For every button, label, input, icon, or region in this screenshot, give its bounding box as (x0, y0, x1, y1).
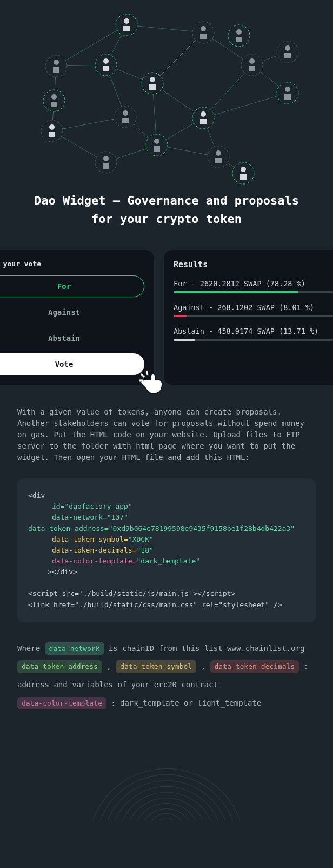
body-copy: With a given value of tokens, anyone can… (0, 406, 333, 463)
svg-point-35 (192, 107, 214, 129)
explain-block: Where data-network is chainID from this … (0, 640, 333, 712)
network-graphic (0, 0, 333, 189)
svg-point-24 (116, 14, 137, 36)
vote-panel-title: t your vote (0, 260, 144, 268)
svg-point-34 (115, 106, 136, 128)
pill-data-token-symbol: data-token-symbol (116, 660, 196, 673)
svg-point-30 (95, 54, 117, 76)
vote-panel: t your vote For Against Abstain Vote (0, 250, 154, 385)
result-label: Against - 268.1202 SWAP (8.01 %) (174, 303, 333, 312)
vote-option-abstain[interactable]: Abstain (0, 327, 144, 349)
svg-point-31 (142, 73, 163, 94)
vote-option-for[interactable]: For (0, 275, 144, 297)
svg-point-38 (208, 146, 229, 168)
svg-point-32 (43, 90, 65, 111)
svg-point-27 (277, 41, 298, 63)
page-title: Dao Widget — Governance and proposals fo… (0, 192, 333, 228)
svg-point-26 (241, 54, 263, 76)
svg-line-42 (146, 371, 148, 375)
result-label: Abstain - 458.9174 SWAP (13.71 %) (174, 327, 333, 336)
pill-data-token-decimals: data-token-decimals (210, 660, 299, 673)
svg-line-23 (203, 93, 288, 118)
svg-line-1 (126, 25, 203, 32)
svg-point-28 (277, 82, 298, 104)
vote-option-against[interactable]: Against (0, 301, 144, 323)
cursor-hand-icon (137, 367, 166, 397)
svg-point-33 (41, 120, 63, 142)
svg-point-36 (146, 134, 168, 156)
results-title: Results (174, 260, 333, 269)
result-row-abstain: Abstain - 458.9174 SWAP (13.71 %) (174, 327, 333, 341)
person-node-icon (116, 14, 137, 36)
svg-point-40 (228, 25, 250, 47)
pill-data-token-address: data-token-address (17, 660, 102, 673)
svg-point-39 (232, 162, 254, 184)
svg-point-25 (192, 22, 214, 43)
result-row-against: Against - 268.1202 SWAP (8.01 %) (174, 303, 333, 317)
fingerprint-graphic (0, 728, 333, 820)
vote-button[interactable]: Vote (0, 353, 144, 375)
svg-point-29 (45, 55, 67, 77)
result-row-for: For - 2620.2812 SWAP (78.28 %) (174, 279, 333, 293)
svg-line-41 (141, 374, 144, 377)
svg-point-37 (95, 152, 117, 173)
pill-data-color-template: data-color-template (17, 697, 106, 710)
results-panel: Results For - 2620.2812 SWAP (78.28 %) A… (164, 250, 333, 385)
code-block: <div id="daofactory_app" data-network="1… (17, 478, 316, 622)
pill-data-network: data-network (45, 642, 104, 655)
svg-line-16 (52, 117, 125, 131)
result-label: For - 2620.2812 SWAP (78.28 %) (174, 279, 333, 288)
